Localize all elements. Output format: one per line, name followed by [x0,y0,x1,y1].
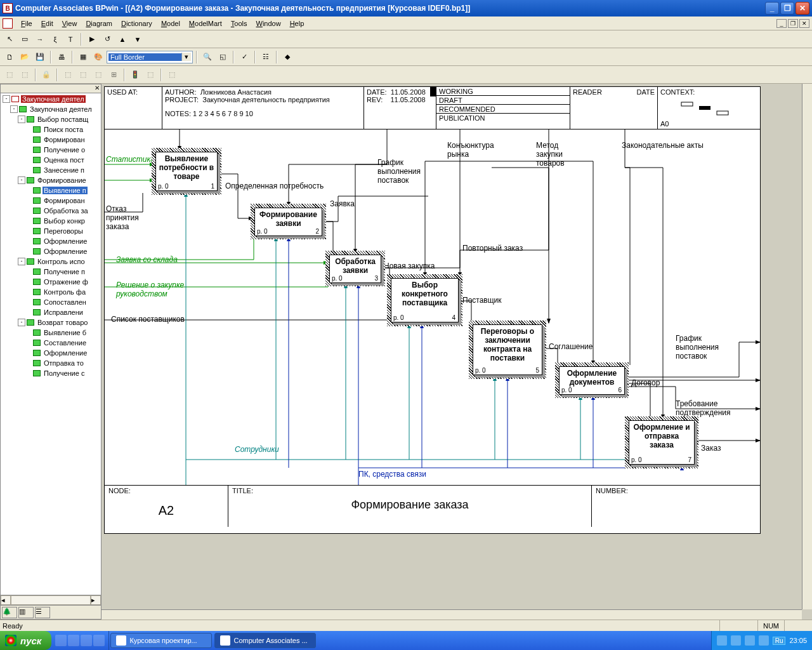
zoom-combo[interactable]: Full Border ▾ [107,51,193,63]
explorer-close-button[interactable]: ✕ [1,84,101,93]
nav-down-button[interactable]: ▼ [131,32,145,46]
menu-edit[interactable]: Edit [37,18,58,29]
idef0-activity-box[interactable]: Оформление и отправка заказаp. 07 [629,420,695,465]
ql-icon[interactable] [68,635,79,646]
tree-item[interactable]: Отражение ф [1,277,100,287]
tray-icon[interactable] [731,635,741,646]
tree-item[interactable]: Контроль фа [1,287,100,297]
tree-item[interactable]: Получение п [1,267,100,277]
tree-item[interactable]: Исправлени [1,307,100,317]
menu-help[interactable]: Help [285,18,309,29]
maximize-button[interactable]: ❐ [780,2,794,15]
menu-view[interactable]: View [58,18,82,29]
squiggle-tool[interactable]: ξ [48,32,62,46]
pointer-tool[interactable]: ↖ [3,32,16,46]
model-tree[interactable]: -Закупочная деятел-Закупочная деятел-Выб… [1,93,101,595]
idef0-activity-box[interactable]: Переговоры о заключении контракта на пос… [473,324,542,375]
mm-btn-8[interactable]: 🚦 [128,68,142,82]
mm-btn-1[interactable]: ⬚ [3,68,16,82]
tab-objects[interactable]: ☰ [35,607,50,618]
mm-btn-4[interactable]: ⬚ [61,68,75,82]
tree-item[interactable]: Оценка пост [1,155,100,165]
menu-dictionary[interactable]: Dictionary [117,18,157,29]
save-button[interactable]: 💾 [33,50,47,64]
open-button[interactable]: 📂 [18,50,32,64]
modelmart-button[interactable]: ◆ [280,50,294,64]
language-indicator[interactable]: Ru [773,637,786,645]
tray-icon[interactable] [745,635,755,646]
tree-item[interactable]: Поиск поста [1,124,100,135]
chevron-down-icon[interactable]: ▾ [181,53,191,61]
mm-btn-6[interactable]: ⬚ [91,68,105,82]
close-button[interactable]: ✕ [796,2,809,15]
tree-item[interactable]: -Контроль испо [1,256,100,267]
idef0-activity-box[interactable]: Оформление документовp. 06 [559,366,625,395]
ql-icon[interactable] [81,635,92,646]
spellcheck-button[interactable]: ✓ [237,50,251,64]
menu-diagram[interactable]: Diagram [81,18,117,29]
tree-item[interactable]: Получение о [1,145,100,155]
nav-refresh-button[interactable]: ↺ [100,32,114,46]
mm-btn-2[interactable]: ⬚ [18,68,32,82]
mdi-restore-button[interactable]: ❐ [788,19,798,28]
tree-item[interactable]: Оформление [1,246,100,256]
mm-btn-3[interactable]: 🔒 [39,68,53,82]
model-explorer-button[interactable]: ☷ [259,50,273,64]
diagram-h-scrollbar[interactable] [102,609,802,620]
menu-modelmart[interactable]: ModelMart [185,18,226,29]
idef0-activity-box[interactable]: Выявление потребности в товареp. 01 [155,152,218,191]
tree-item[interactable]: Оформление [1,236,100,246]
minimize-button[interactable]: _ [765,2,779,15]
menu-file[interactable]: File [16,18,37,29]
tree-item[interactable]: Сопоставлен [1,297,100,307]
tree-item[interactable]: Обработка за [1,206,100,216]
menu-window[interactable]: Window [252,18,285,29]
mdi-close-button[interactable]: ✕ [799,19,809,28]
tree-item[interactable]: Получение с [1,368,100,378]
task-button[interactable]: Computer Associates ... [214,633,316,648]
tree-item[interactable]: Отправка то [1,358,100,368]
tree-item[interactable]: Оформление [1,348,100,358]
arrow-tool[interactable]: → [33,32,47,46]
task-button[interactable]: Курсовая проектир... [110,633,212,648]
text-tool[interactable]: T [63,32,77,46]
nav-parent-button[interactable]: ▶ [85,32,99,46]
ql-icon[interactable] [55,635,67,646]
menu-model[interactable]: Model [157,18,185,29]
tree-item[interactable]: Выявление б [1,328,100,338]
nav-up-button[interactable]: ▲ [115,32,129,46]
idef0-activity-box[interactable]: Формирование заявкиp. 02 [254,208,322,236]
tab-activities[interactable]: 🌲 [2,607,17,618]
tab-diagrams[interactable]: ▥ [18,607,34,618]
tree-item[interactable]: Составление [1,338,100,348]
tree-item[interactable]: Формирован [1,196,100,206]
ql-icon[interactable] [93,635,105,646]
start-button[interactable]: пуск [0,631,51,650]
zoom-in-button[interactable]: 🔍 [200,50,214,64]
tree-item[interactable]: Занесение п [1,165,100,175]
mm-btn-9[interactable]: ⬚ [143,68,157,82]
idef0-canvas[interactable]: Статистика продаж Отказ принятия заказа … [105,129,760,485]
tree-item[interactable]: Выявление п [1,185,100,196]
tree-item[interactable]: -Закупочная деятел [1,104,100,114]
tree-item[interactable]: -Формирование [1,175,100,185]
zoom-fit-button[interactable]: ◱ [216,50,230,64]
diagram-v-scrollbar[interactable] [802,84,812,609]
tree-item[interactable]: Переговоры [1,226,100,236]
idef0-activity-box[interactable]: Выбор конкретного поставщикаp. 04 [391,278,459,322]
palette-button[interactable]: 🎨 [91,50,105,64]
mdi-icon[interactable] [3,18,13,29]
mm-btn-7[interactable]: ⊞ [107,68,121,82]
diagram-area[interactable]: USED AT: AUTHOR: Ложникова Анастасия PRO… [102,84,812,620]
idef0-activity-box[interactable]: Обработка заявкиp. 03 [329,255,381,283]
mm-btn-10[interactable]: ⬚ [165,68,179,82]
new-button[interactable]: 🗋 [3,50,16,64]
report-button[interactable]: ▦ [76,50,90,64]
tray-icon[interactable] [759,635,769,646]
tree-h-scrollbar[interactable]: ◂▸ [1,595,101,605]
mdi-minimize-button[interactable]: _ [776,19,787,28]
tree-item[interactable]: -Выбор поставщ [1,114,100,124]
print-button[interactable]: 🖶 [55,50,69,64]
tree-item[interactable]: Выбор конкр [1,216,100,226]
mm-btn-5[interactable]: ⬚ [76,68,90,82]
